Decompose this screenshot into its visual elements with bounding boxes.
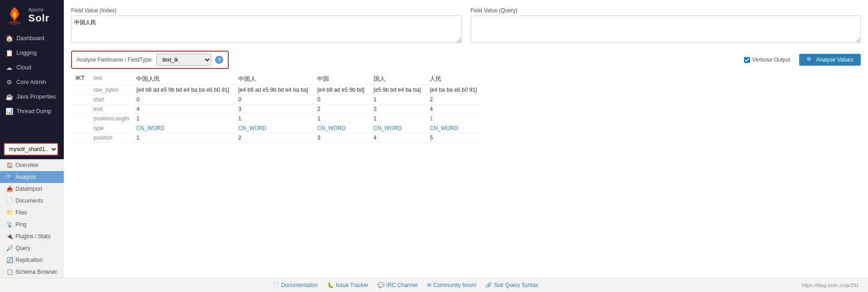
sidebar-item-logging[interactable]: 📋 Logging — [0, 46, 64, 60]
sidebar-sub-item-query[interactable]: 🔎 Query — [0, 242, 64, 254]
raw-bytes-label: raw_bytes — [89, 85, 132, 95]
sidebar-sub-label-query: Query — [15, 245, 31, 251]
irc-channel-label: IRC Channel — [386, 282, 418, 288]
table-header-row: IKT text 中国人民 中国人 中国 国人 人民 — [71, 73, 482, 85]
start-2: 0 — [313, 95, 369, 104]
query-field-textarea[interactable] — [471, 16, 861, 43]
solr-logo-icon — [5, 5, 25, 26]
end-4: 4 — [425, 104, 481, 114]
sidebar-sub-item-files[interactable]: 📁 Files — [0, 207, 64, 219]
end-label: end — [89, 104, 132, 114]
raw-bytes-2: [e4 b8 ad e5 9b bd] — [313, 85, 369, 95]
start-1: 0 — [234, 95, 313, 104]
end-3: 3 — [369, 104, 425, 114]
sidebar-item-cloud[interactable]: ☁ Cloud — [0, 60, 64, 75]
footer-link-documentation[interactable]: 📄 Documentation — [272, 282, 318, 288]
sidebar-sub-item-schema-browser[interactable]: 📋 Schema Browser — [0, 266, 64, 278]
community-forum-icon: ✉ — [427, 282, 431, 288]
pos-length-2: 1 — [313, 114, 369, 124]
sidebar-sub-label-files: Files — [15, 209, 27, 216]
documentation-icon: 📄 — [272, 282, 279, 288]
replication-icon: 🔄 — [6, 257, 13, 263]
type-2: CN_WORD — [313, 124, 369, 133]
sidebar-sub-label-documents: Documents — [15, 198, 43, 204]
help-icon[interactable]: ? — [215, 56, 223, 64]
footer-link-solr-query-syntax[interactable]: 🔗 Solr Query Syntax — [485, 282, 538, 288]
index-field-label: Field Value (Index) — [71, 7, 462, 14]
verbose-output-label[interactable]: Verbose Output — [744, 57, 790, 63]
core-admin-icon: ⚙ — [5, 78, 13, 86]
sidebar-sub-item-documents[interactable]: 📄 Documents — [0, 195, 64, 207]
analyse-values-button[interactable]: 🔍 Analyse Values — [799, 54, 861, 66]
verbose-output-text: Verbose Output — [752, 57, 790, 63]
community-forum-label: Community forum — [433, 282, 477, 288]
token-header-0: 中国人民 — [132, 73, 234, 85]
sidebar-sub-item-plugins-stats[interactable]: 🔌 Plugins / Stats — [0, 230, 64, 242]
table-row-position-length: positionLength 1 1 1 1 1 — [71, 114, 482, 124]
sidebar-item-core-admin[interactable]: ⚙ Core Admin — [0, 75, 64, 89]
sidebar-item-java-properties[interactable]: ☕ Java Properties — [0, 89, 64, 104]
raw-bytes-1: [e4 b8 ad e5 9b bd e4 ba ba] — [234, 85, 313, 95]
sidebar-sub-item-ping[interactable]: 📡 Ping — [0, 219, 64, 230]
raw-bytes-4: [e4 ba ba e6 b0 91] — [425, 85, 481, 95]
type-0: CN_WORD — [132, 124, 234, 133]
plugins-icon: 🔌 — [6, 233, 13, 240]
irc-channel-icon: 💬 — [378, 282, 385, 288]
table-row-position: position 1 2 3 4 5 — [71, 133, 482, 143]
issue-tracker-icon: 🐛 — [327, 282, 334, 288]
type-3: CN_WORD — [369, 124, 425, 133]
start-label: start — [89, 95, 132, 104]
sidebar-label-java-properties: Java Properties — [16, 94, 56, 100]
pos-length-1: 1 — [234, 114, 313, 124]
documentation-label: Documentation — [281, 282, 318, 288]
query-field-label: Field Value (Query) — [471, 7, 861, 14]
pos-length-0: 1 — [132, 114, 234, 124]
sidebar-sub-item-dataimport[interactable]: 📥 Dataimport — [0, 183, 64, 195]
table-row-type: type CN_WORD CN_WORD CN_WORD CN_WORD CN_… — [71, 124, 482, 133]
sidebar-item-dashboard[interactable]: 🏠 Dashboard — [0, 31, 64, 46]
position-3: 4 — [369, 133, 425, 143]
footer-link-irc-channel[interactable]: 💬 IRC Channel — [378, 282, 418, 288]
cloud-icon: ☁ — [5, 64, 13, 71]
solr-query-syntax-icon: 🔗 — [485, 282, 492, 288]
footer-url: https://blog.csdn.cn/p/291 — [802, 282, 859, 288]
verbose-output-checkbox[interactable] — [744, 57, 750, 63]
token-header-3: 国人 — [369, 73, 425, 85]
sidebar-sub-label-ping: Ping — [15, 221, 26, 228]
sidebar-sub-label-analysis: Analysis — [15, 174, 36, 180]
footer-link-issue-tracker[interactable]: 🐛 Issue Tracker — [327, 282, 369, 288]
sidebar-item-thread-dump[interactable]: 📊 Thread Dump — [0, 104, 64, 119]
analysis-icon: 🔍 — [6, 174, 13, 180]
start-3: 1 — [369, 95, 425, 104]
sidebar-sub-item-analysis[interactable]: 🔍 Analysis — [0, 171, 64, 183]
dashboard-icon: 🏠 — [5, 35, 13, 42]
analyse-fieldname-select[interactable]: text_ik text_general string _text_ — [156, 54, 211, 66]
ikt-cell: IKT — [71, 73, 89, 85]
position-0: 1 — [132, 133, 234, 143]
java-properties-icon: ☕ — [5, 93, 13, 100]
thread-dump-icon: 📊 — [5, 108, 13, 115]
core-selector: mysolr_shard1... — [0, 139, 64, 159]
ping-icon: 📡 — [6, 221, 13, 228]
token-header-1: 中国人 — [234, 73, 313, 85]
position-1: 2 — [234, 133, 313, 143]
footer-link-community-forum[interactable]: ✉ Community forum — [427, 282, 477, 288]
pos-length-3: 1 — [369, 114, 425, 124]
sidebar-sub-label-replication: Replication — [15, 257, 42, 263]
analyse-fieldname-row: Analyse Fieldname / FieldType: text_ik t… — [71, 51, 229, 69]
sidebar-sub-item-overview[interactable]: 🏠 Overview — [0, 159, 64, 171]
sidebar-sub-item-replication[interactable]: 🔄 Replication — [0, 254, 64, 266]
query-field-block: Field Value (Query) — [471, 7, 861, 44]
position-length-label: positionLength — [89, 114, 132, 124]
index-field-textarea[interactable]: 中国人民 — [71, 16, 462, 43]
sub-nav: 🏠 Overview 🔍 Analysis 📥 Dataimport 📄 Doc… — [0, 159, 64, 278]
solr-label: Solr — [28, 12, 50, 24]
position-4: 5 — [425, 133, 481, 143]
type-label: type — [89, 124, 132, 133]
main-nav: 🏠 Dashboard 📋 Logging ☁ Cloud ⚙ Core Adm… — [0, 31, 64, 139]
core-select-dropdown[interactable]: mysolr_shard1... — [4, 143, 58, 156]
sidebar-sub-label-schema-browser: Schema Browser — [15, 269, 57, 275]
end-2: 2 — [313, 104, 369, 114]
table-row-raw-bytes: raw_bytes [e4 b8 ad e5 9b bd e4 ba ba e6… — [71, 85, 482, 95]
solr-query-syntax-label: Solr Query Syntax — [494, 282, 538, 288]
